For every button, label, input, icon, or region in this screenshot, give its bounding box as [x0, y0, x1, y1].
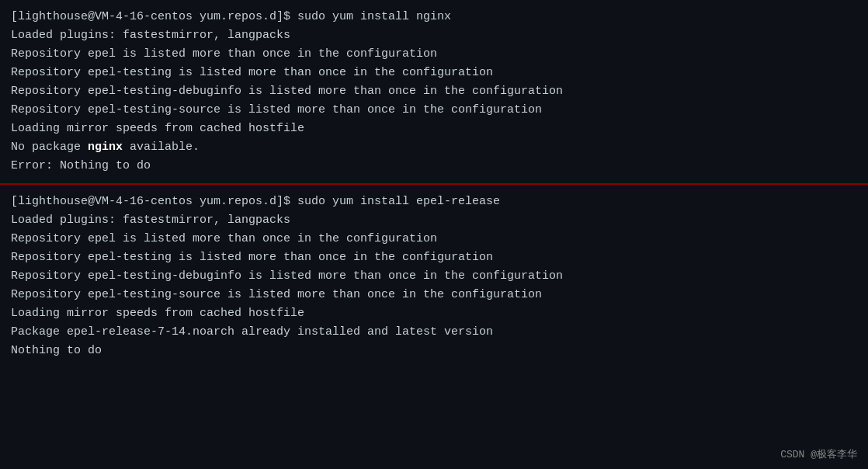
line-s2-5: Repository epel-testing-debuginfo is lis…: [11, 267, 857, 286]
line-s2-1: [lighthouse@VM-4-16-centos yum.repos.d]$…: [11, 193, 857, 211]
line-s1-7: Loading mirror speeds from cached hostfi…: [11, 120, 857, 138]
bold-nginx: nginx: [88, 141, 123, 154]
line-s2-2: Loaded plugins: fastestmirror, langpacks: [11, 211, 857, 230]
section-1: [lighthouse@VM-4-16-centos yum.repos.d]$…: [0, 0, 868, 183]
line-s2-3: Repository epel is listed more than once…: [11, 230, 857, 248]
line-s1-2: Loaded plugins: fastestmirror, langpacks: [11, 26, 857, 45]
line-s1-5: Repository epel-testing-debuginfo is lis…: [11, 82, 857, 101]
line-s2-8: Package epel-release-7-14.noarch already…: [11, 323, 857, 342]
line-s1-6: Repository epel-testing-source is listed…: [11, 101, 857, 120]
line-s2-6: Repository epel-testing-source is listed…: [11, 286, 857, 304]
line-s1-1: [lighthouse@VM-4-16-centos yum.repos.d]$…: [11, 8, 857, 26]
line-s2-7: Loading mirror speeds from cached hostfi…: [11, 304, 857, 323]
line-s2-9: Nothing to do: [11, 342, 857, 360]
section-2: [lighthouse@VM-4-16-centos yum.repos.d]$…: [0, 185, 868, 368]
line-s2-4: Repository epel-testing is listed more t…: [11, 248, 857, 267]
line-s1-3: Repository epel is listed more than once…: [11, 45, 857, 64]
line-s1-4: Repository epel-testing is listed more t…: [11, 64, 857, 82]
line-s1-8: No package nginx available.: [11, 138, 857, 157]
terminal: [lighthouse@VM-4-16-centos yum.repos.d]$…: [0, 0, 868, 469]
watermark: CSDN @极客李华: [780, 447, 857, 461]
line-s1-9: Error: Nothing to do: [11, 157, 857, 175]
